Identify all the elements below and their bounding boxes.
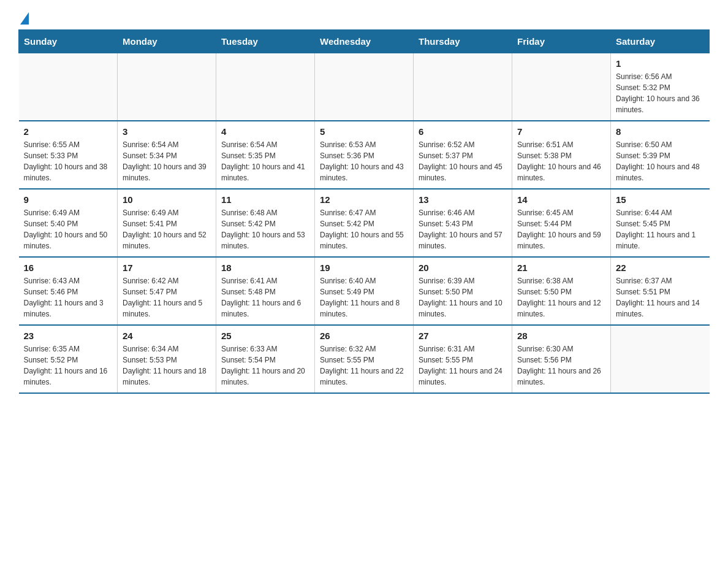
logo-top [18, 12, 29, 22]
day-info: Sunrise: 6:33 AM Sunset: 5:54 PM Dayligh… [221, 343, 309, 388]
day-number: 4 [221, 126, 309, 137]
day-info: Sunrise: 6:35 AM Sunset: 5:52 PM Dayligh… [24, 343, 113, 388]
day-info: Sunrise: 6:52 AM Sunset: 5:37 PM Dayligh… [419, 139, 507, 183]
day-cell [118, 53, 216, 121]
day-number: 28 [517, 331, 605, 341]
day-cell: 18Sunrise: 6:41 AM Sunset: 5:48 PM Dayli… [216, 257, 315, 325]
day-cell: 4Sunrise: 6:54 AM Sunset: 5:35 PM Daylig… [216, 121, 315, 189]
day-info: Sunrise: 6:53 AM Sunset: 5:36 PM Dayligh… [320, 139, 408, 183]
day-info: Sunrise: 6:56 AM Sunset: 5:32 PM Dayligh… [616, 71, 705, 115]
day-info: Sunrise: 6:41 AM Sunset: 5:48 PM Dayligh… [221, 275, 309, 320]
day-number: 6 [419, 126, 507, 137]
day-cell: 26Sunrise: 6:32 AM Sunset: 5:55 PM Dayli… [315, 325, 414, 393]
day-cell: 25Sunrise: 6:33 AM Sunset: 5:54 PM Dayli… [216, 325, 315, 393]
day-info: Sunrise: 6:48 AM Sunset: 5:42 PM Dayligh… [221, 207, 309, 251]
day-number: 27 [419, 331, 507, 341]
day-cell: 10Sunrise: 6:49 AM Sunset: 5:41 PM Dayli… [118, 189, 216, 257]
day-number: 3 [123, 126, 211, 137]
day-cell: 9Sunrise: 6:49 AM Sunset: 5:40 PM Daylig… [19, 189, 118, 257]
day-cell: 24Sunrise: 6:34 AM Sunset: 5:53 PM Dayli… [118, 325, 216, 393]
day-number: 26 [320, 331, 408, 341]
day-cell: 11Sunrise: 6:48 AM Sunset: 5:42 PM Dayli… [216, 189, 315, 257]
day-cell: 23Sunrise: 6:35 AM Sunset: 5:52 PM Dayli… [19, 325, 118, 393]
header-cell-wednesday: Wednesday [315, 30, 414, 53]
day-cell: 1Sunrise: 6:56 AM Sunset: 5:32 PM Daylig… [611, 53, 710, 121]
day-number: 13 [419, 194, 507, 205]
header-cell-monday: Monday [118, 30, 216, 53]
calendar-header: SundayMondayTuesdayWednesdayThursdayFrid… [19, 30, 710, 53]
day-info: Sunrise: 6:31 AM Sunset: 5:55 PM Dayligh… [419, 343, 507, 388]
day-info: Sunrise: 6:30 AM Sunset: 5:56 PM Dayligh… [517, 343, 605, 388]
day-cell: 27Sunrise: 6:31 AM Sunset: 5:55 PM Dayli… [414, 325, 512, 393]
day-number: 25 [221, 331, 309, 341]
header-cell-tuesday: Tuesday [216, 30, 315, 53]
day-number: 10 [123, 194, 211, 205]
week-row-4: 23Sunrise: 6:35 AM Sunset: 5:52 PM Dayli… [19, 325, 710, 393]
page-header [18, 12, 710, 23]
day-info: Sunrise: 6:43 AM Sunset: 5:46 PM Dayligh… [24, 275, 113, 320]
day-cell: 13Sunrise: 6:46 AM Sunset: 5:43 PM Dayli… [414, 189, 512, 257]
day-cell: 19Sunrise: 6:40 AM Sunset: 5:49 PM Dayli… [315, 257, 414, 325]
day-info: Sunrise: 6:50 AM Sunset: 5:39 PM Dayligh… [616, 139, 705, 183]
day-number: 18 [221, 262, 309, 273]
day-cell: 6Sunrise: 6:52 AM Sunset: 5:37 PM Daylig… [414, 121, 512, 189]
day-info: Sunrise: 6:49 AM Sunset: 5:41 PM Dayligh… [123, 207, 211, 251]
day-number: 5 [320, 126, 408, 137]
calendar-body: 1Sunrise: 6:56 AM Sunset: 5:32 PM Daylig… [19, 53, 710, 394]
day-info: Sunrise: 6:39 AM Sunset: 5:50 PM Dayligh… [419, 275, 507, 320]
day-cell: 16Sunrise: 6:43 AM Sunset: 5:46 PM Dayli… [19, 257, 118, 325]
day-cell: 2Sunrise: 6:55 AM Sunset: 5:33 PM Daylig… [19, 121, 118, 189]
header-cell-saturday: Saturday [611, 30, 710, 53]
calendar-table: SundayMondayTuesdayWednesdayThursdayFrid… [18, 29, 710, 394]
day-info: Sunrise: 6:49 AM Sunset: 5:40 PM Dayligh… [24, 207, 113, 251]
day-number: 12 [320, 194, 408, 205]
header-cell-sunday: Sunday [19, 30, 118, 53]
day-info: Sunrise: 6:47 AM Sunset: 5:42 PM Dayligh… [320, 207, 408, 251]
logo [18, 12, 29, 23]
day-cell [315, 53, 414, 121]
header-row: SundayMondayTuesdayWednesdayThursdayFrid… [19, 30, 710, 53]
day-cell [19, 53, 118, 121]
day-number: 11 [221, 194, 309, 205]
day-number: 24 [123, 331, 211, 341]
day-cell: 3Sunrise: 6:54 AM Sunset: 5:34 PM Daylig… [118, 121, 216, 189]
day-number: 22 [616, 262, 705, 273]
day-number: 19 [320, 262, 408, 273]
day-cell: 8Sunrise: 6:50 AM Sunset: 5:39 PM Daylig… [611, 121, 710, 189]
day-cell: 15Sunrise: 6:44 AM Sunset: 5:45 PM Dayli… [611, 189, 710, 257]
day-number: 16 [24, 262, 113, 273]
day-cell: 20Sunrise: 6:39 AM Sunset: 5:50 PM Dayli… [414, 257, 512, 325]
day-number: 1 [616, 58, 705, 69]
day-number: 17 [123, 262, 211, 273]
day-info: Sunrise: 6:46 AM Sunset: 5:43 PM Dayligh… [419, 207, 507, 251]
day-info: Sunrise: 6:54 AM Sunset: 5:35 PM Dayligh… [221, 139, 309, 183]
day-info: Sunrise: 6:42 AM Sunset: 5:47 PM Dayligh… [123, 275, 211, 320]
day-cell: 28Sunrise: 6:30 AM Sunset: 5:56 PM Dayli… [512, 325, 611, 393]
day-number: 20 [419, 262, 507, 273]
logo-triangle-icon [20, 12, 29, 25]
day-cell [414, 53, 512, 121]
day-number: 8 [616, 126, 705, 137]
day-cell: 14Sunrise: 6:45 AM Sunset: 5:44 PM Dayli… [512, 189, 611, 257]
week-row-0: 1Sunrise: 6:56 AM Sunset: 5:32 PM Daylig… [19, 53, 710, 121]
day-cell: 22Sunrise: 6:37 AM Sunset: 5:51 PM Dayli… [611, 257, 710, 325]
day-info: Sunrise: 6:34 AM Sunset: 5:53 PM Dayligh… [123, 343, 211, 388]
day-cell: 17Sunrise: 6:42 AM Sunset: 5:47 PM Dayli… [118, 257, 216, 325]
day-cell: 12Sunrise: 6:47 AM Sunset: 5:42 PM Dayli… [315, 189, 414, 257]
day-info: Sunrise: 6:37 AM Sunset: 5:51 PM Dayligh… [616, 275, 705, 320]
day-number: 14 [517, 194, 605, 205]
day-info: Sunrise: 6:55 AM Sunset: 5:33 PM Dayligh… [24, 139, 113, 183]
day-cell [611, 325, 710, 393]
day-info: Sunrise: 6:45 AM Sunset: 5:44 PM Dayligh… [517, 207, 605, 251]
week-row-1: 2Sunrise: 6:55 AM Sunset: 5:33 PM Daylig… [19, 121, 710, 189]
day-info: Sunrise: 6:51 AM Sunset: 5:38 PM Dayligh… [517, 139, 605, 183]
day-number: 2 [24, 126, 113, 137]
day-cell: 7Sunrise: 6:51 AM Sunset: 5:38 PM Daylig… [512, 121, 611, 189]
day-number: 21 [517, 262, 605, 273]
day-number: 23 [24, 331, 113, 341]
header-cell-friday: Friday [512, 30, 611, 53]
day-cell [216, 53, 315, 121]
day-info: Sunrise: 6:44 AM Sunset: 5:45 PM Dayligh… [616, 207, 705, 251]
day-info: Sunrise: 6:40 AM Sunset: 5:49 PM Dayligh… [320, 275, 408, 320]
day-info: Sunrise: 6:38 AM Sunset: 5:50 PM Dayligh… [517, 275, 605, 320]
